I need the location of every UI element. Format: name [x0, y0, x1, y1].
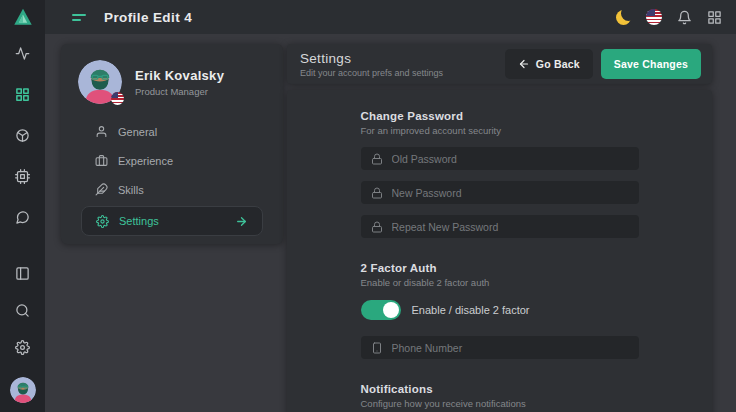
- nav-item-experience[interactable]: Experience: [81, 146, 263, 175]
- us-flag-icon[interactable]: [646, 9, 662, 25]
- sidebar-top-icons: [15, 34, 30, 225]
- phone-number-input[interactable]: [392, 342, 629, 354]
- apps-grid-icon[interactable]: [707, 10, 722, 25]
- profile-name: Erik Kovalsky: [135, 68, 224, 83]
- profile-nav: General Experience Skills: [61, 104, 283, 236]
- save-changes-button[interactable]: Save Changes: [601, 49, 701, 79]
- twofactor-toggle-row: Enable / disable 2 factor: [361, 300, 639, 320]
- nav-label: General: [118, 126, 157, 138]
- repeat-password-input[interactable]: [392, 221, 629, 233]
- nav-label: Experience: [118, 155, 173, 167]
- user-icon: [95, 125, 108, 138]
- sidebar: [0, 0, 45, 412]
- settings-body-card: Change Password For an improved account …: [287, 90, 712, 412]
- notifications-title: Notifications: [361, 383, 639, 395]
- twofactor-title: 2 Factor Auth: [361, 262, 639, 274]
- repeat-password-field[interactable]: [361, 215, 639, 238]
- chat-icon[interactable]: [15, 210, 30, 225]
- page-title: Profile Edit 4: [104, 10, 192, 25]
- old-password-input[interactable]: [392, 153, 629, 165]
- new-password-input[interactable]: [392, 187, 629, 199]
- cpu-icon[interactable]: [15, 169, 30, 184]
- app-logo[interactable]: [0, 0, 45, 34]
- settings-form: Change Password For an improved account …: [361, 90, 639, 409]
- nav-item-general[interactable]: General: [81, 117, 263, 146]
- new-password-field[interactable]: [361, 181, 639, 204]
- old-password-field[interactable]: [361, 147, 639, 170]
- profile-role: Product Manager: [135, 86, 224, 97]
- smartphone-icon: [371, 342, 383, 354]
- settings-subtitle: Edit your account prefs and settings: [300, 68, 443, 78]
- feather-icon: [95, 183, 108, 196]
- change-password-title: Change Password: [361, 110, 639, 122]
- activity-icon[interactable]: [15, 46, 30, 61]
- topbar-actions: [616, 9, 722, 25]
- profile-identity: Erik Kovalsky Product Manager: [135, 68, 224, 97]
- sidebar-bottom-icons: [10, 266, 36, 412]
- search-icon[interactable]: [15, 303, 30, 318]
- content-area: Erik Kovalsky Product Manager General Ex…: [45, 34, 736, 412]
- toggle-knob: [383, 302, 399, 318]
- gear-icon: [96, 215, 109, 228]
- settings-gear-icon[interactable]: [15, 340, 30, 355]
- nav-label: Skills: [118, 184, 144, 196]
- settings-title: Settings: [300, 51, 443, 66]
- save-changes-label: Save Changes: [614, 58, 688, 70]
- lock-icon: [371, 221, 383, 233]
- change-password-subtitle: For an improved account security: [361, 125, 639, 136]
- bell-icon[interactable]: [677, 10, 692, 25]
- settings-heading: Settings Edit your account prefs and set…: [300, 51, 443, 78]
- nav-item-settings[interactable]: Settings: [81, 206, 263, 236]
- notifications-subtitle: Configure how you receive notifications: [361, 398, 639, 409]
- twofactor-subtitle: Enable or disable 2 factor auth: [361, 277, 639, 288]
- lock-icon: [371, 153, 383, 165]
- go-back-label: Go Back: [536, 58, 580, 70]
- lock-icon: [371, 187, 383, 199]
- nav-item-skills[interactable]: Skills: [81, 175, 263, 204]
- layout-icon[interactable]: [15, 266, 30, 281]
- arrow-right-icon: [235, 215, 248, 228]
- avatar-flag-badge-icon: [111, 92, 124, 105]
- sidebar-avatar[interactable]: [10, 377, 36, 403]
- logo-triangle-icon: [12, 6, 34, 28]
- settings-header-buttons: Go Back Save Changes: [505, 49, 701, 79]
- topbar: Profile Edit 4: [45, 0, 736, 34]
- profile-header: Erik Kovalsky Product Manager: [61, 44, 283, 104]
- twofactor-toggle[interactable]: [361, 300, 401, 320]
- settings-header-card: Settings Edit your account prefs and set…: [287, 44, 712, 84]
- box-icon[interactable]: [15, 128, 30, 143]
- menu-icon[interactable]: [72, 11, 87, 23]
- briefcase-icon: [95, 154, 108, 167]
- twofactor-toggle-label: Enable / disable 2 factor: [412, 304, 530, 316]
- arrow-left-icon: [518, 58, 530, 70]
- go-back-button[interactable]: Go Back: [505, 49, 593, 79]
- avatar: [78, 60, 122, 104]
- nav-label: Settings: [119, 215, 159, 227]
- moon-icon[interactable]: [616, 10, 631, 25]
- app-window: Profile Edit 4: [0, 0, 736, 412]
- profile-card: Erik Kovalsky Product Manager General Ex…: [61, 44, 283, 244]
- dashboard-grid-icon[interactable]: [15, 87, 30, 102]
- phone-number-field[interactable]: [361, 336, 639, 359]
